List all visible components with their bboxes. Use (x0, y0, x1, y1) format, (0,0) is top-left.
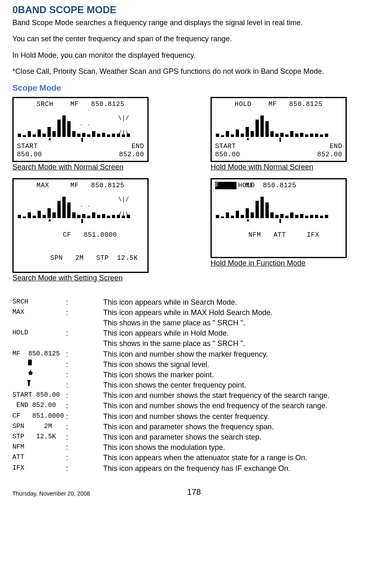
mode-label: MAX (37, 182, 58, 189)
end-label: END (132, 143, 144, 150)
definition-row: MAX:This icon appears while in MAX Hold … (12, 308, 376, 318)
signal-bar (305, 134, 308, 137)
signal-bar (275, 134, 279, 137)
end-label: END (330, 143, 342, 150)
definition-description: This icon and parameter shows the search… (103, 432, 376, 442)
definition-row: NFM:This icon shows the modulation type. (12, 442, 376, 453)
definition-description: This icon appears while in MAX Hold Sear… (103, 308, 376, 318)
signal-bar (92, 212, 95, 218)
center-tick-icon (279, 138, 281, 142)
definition-description: This icon and parameter shows the freque… (103, 422, 376, 432)
definition-description: This icon shows the modulation type. (103, 442, 376, 453)
signal-bar (231, 216, 234, 218)
signal-bar (270, 212, 274, 218)
colon: : (66, 432, 103, 442)
colon: : (66, 463, 103, 474)
signal-bar (256, 120, 259, 137)
stp-value: 12.5K (117, 254, 138, 262)
intro-para-4: *Close Call, Priority Scan, Weather Scan… (12, 67, 376, 76)
signal-bar (62, 197, 66, 218)
signal-bar (82, 214, 85, 218)
signal-bar (43, 134, 46, 137)
definition-description: This icon appears when the attenuator st… (103, 453, 376, 463)
definition-description: This icon shows the marker point. (103, 370, 376, 380)
signal-bar (226, 212, 229, 218)
definition-label: STP 12.5K (12, 432, 66, 441)
signal-bar (23, 216, 26, 218)
colon: : (66, 380, 103, 390)
signal-bar (290, 212, 293, 218)
signal-bars: ▲ (215, 193, 342, 218)
tick-icon (12, 380, 66, 386)
signal-bar (57, 201, 61, 218)
definition-row: STP 12.5K:This icon and parameter shows … (12, 432, 376, 442)
signal-bar (260, 197, 264, 218)
start-end-values: 850.00 852.00 (215, 151, 342, 158)
mf-label: MF (268, 101, 278, 108)
colon: : (66, 412, 103, 422)
signal-bar (280, 214, 284, 218)
definition-row: SRCH:This icon appears while in Search M… (12, 297, 376, 308)
definition-description: This shows in the same place as " SRCH "… (103, 339, 376, 349)
signal-bar (251, 212, 254, 218)
signal-bar (38, 211, 41, 218)
signal-bar (97, 215, 100, 218)
definition-description: This icon and number shows the start fre… (103, 390, 376, 401)
start-value: 850.00 (17, 151, 42, 158)
page-footer: Thursday, November 20, 2008 178 (12, 490, 376, 497)
signal-bar (265, 202, 269, 218)
signal-bar (67, 202, 71, 218)
spn-value: 2M (75, 254, 83, 262)
start-end-labels: START END (215, 143, 342, 150)
marker-icon: ▲ (246, 217, 250, 223)
colon: : (66, 297, 103, 308)
mf-value: 850.8125 (91, 182, 125, 189)
signal-bar (310, 215, 313, 218)
marker-icon: ▲ (246, 136, 250, 142)
definition-row: MF 850.8125:This icon and number show th… (12, 349, 376, 360)
start-value: 850.00 (215, 151, 240, 158)
colon: : (66, 328, 103, 339)
signal-bar (256, 201, 259, 218)
signal-bar (285, 216, 289, 218)
screen-header: HOLD MF 850.8125 (215, 101, 342, 108)
signal-bar (305, 216, 308, 218)
definition-description: This icon shows the center frequency poi… (103, 380, 376, 390)
signal-bar (18, 215, 21, 218)
signal-bar (38, 129, 41, 137)
footer-date: Thursday, November 20, 2008 (12, 490, 90, 497)
signal-bar (270, 131, 274, 137)
signal-bar (77, 215, 80, 218)
signal-bar (300, 133, 303, 137)
mf-value: 850.8125 (289, 101, 323, 108)
nfm-label: NFM (248, 231, 261, 239)
signal-bar (231, 134, 234, 137)
signal-bar (57, 120, 61, 137)
definition-label: IFX (12, 463, 66, 473)
definition-row: This shows in the same place as " SRCH "… (12, 339, 376, 349)
sparkle-icon: ´ ` (80, 125, 91, 130)
signal-bar (226, 131, 229, 137)
signal-bar (43, 215, 46, 218)
sparkle-icon: ´ ` (80, 206, 91, 212)
colon: : (66, 349, 103, 360)
marker-icon: ▲ (48, 217, 52, 223)
signal-bar (221, 135, 224, 137)
signal-bar (315, 134, 318, 137)
mf-value: 850.8125 (263, 182, 296, 189)
screen-srch: SRCH MF 850.8125 \|/´ `/|\▲ START END 85… (12, 97, 149, 162)
signal-bar (82, 133, 85, 137)
definition-description: This icon shows the signal level. (103, 360, 376, 370)
sparkle-icon: /|\ (118, 130, 129, 136)
signal-bar (52, 131, 56, 137)
spn-label: SPN (50, 254, 63, 262)
signal-bar (62, 115, 66, 137)
signal-bars: \|/´ `/|\▲ (17, 111, 144, 137)
colon: : (66, 453, 103, 463)
signal-bar (236, 129, 239, 137)
screen-header: FHOLD MF 850.8125 (215, 182, 342, 189)
start-label: START (215, 143, 236, 150)
colon: : (66, 442, 103, 453)
definition-label: START 850.00 (12, 390, 66, 400)
cf-label: CF (63, 231, 71, 239)
